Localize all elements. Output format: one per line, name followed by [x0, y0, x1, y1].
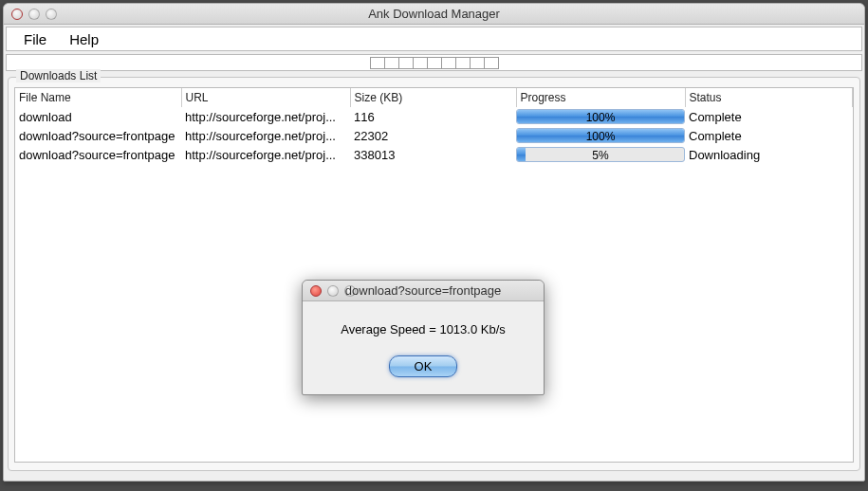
zoom-icon[interactable]	[344, 285, 356, 297]
minimize-icon[interactable]	[327, 285, 339, 297]
ok-button[interactable]: OK	[389, 355, 457, 377]
dialog-button-row: OK	[303, 344, 544, 394]
dialog-backdrop: download?source=frontpage Average Speed …	[0, 0, 868, 491]
dialog-titlebar[interactable]: download?source=frontpage	[303, 281, 544, 301]
dialog-message: Average Speed = 1013.0 Kb/s	[303, 301, 544, 344]
speed-dialog: download?source=frontpage Average Speed …	[302, 280, 545, 395]
dialog-window-controls	[303, 285, 356, 297]
close-icon[interactable]	[310, 285, 322, 297]
